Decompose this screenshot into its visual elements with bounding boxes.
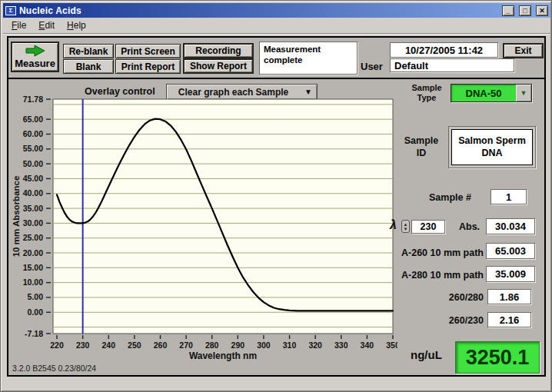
app-icon: Σ xyxy=(5,6,16,15)
y-tick-label: 35.00 xyxy=(23,204,43,213)
x-tick-label: 320 xyxy=(308,341,322,350)
x-tick-label: 310 xyxy=(283,341,297,350)
x-tick-label: 280 xyxy=(205,341,219,350)
ratio-260-230-value: 2.16 xyxy=(487,312,531,327)
y-tick-label: 45.00 xyxy=(23,174,43,183)
y-tick-label: -7.18 xyxy=(25,329,43,338)
re-blank-button[interactable]: Re-blank xyxy=(63,44,114,58)
x-tick-label: 250 xyxy=(128,341,141,350)
absorbance-chart: 71.7865.0060.0055.0050.0045.0040.0035.00… xyxy=(8,91,397,362)
user-field[interactable]: Default xyxy=(390,58,514,72)
y-tick-label: 40.00 xyxy=(23,188,43,198)
blank-button[interactable]: Blank xyxy=(63,59,114,74)
a280-label: A-280 10 mm path xyxy=(385,270,484,281)
x-tick-label: 270 xyxy=(179,341,193,350)
ratio-260-230-label: 260/230 xyxy=(385,315,484,326)
x-tick-label: 230 xyxy=(76,341,90,350)
user-label: User xyxy=(361,61,383,72)
measurement-status-text: Measurement complete xyxy=(264,45,321,65)
sample-type-label: Sample Type xyxy=(407,83,447,103)
app-window: Σ Nucleic Acids _ □ ✕ FileEditHelp Measu… xyxy=(0,0,552,392)
sample-id-box[interactable]: Salmon Sperm DNA xyxy=(448,126,536,168)
lambda-label: λ xyxy=(390,218,397,232)
window-title: Nucleic Acids xyxy=(19,5,497,16)
print-screen-button[interactable]: Print Screen xyxy=(115,44,181,58)
concentration-unit-label: ng/uL xyxy=(411,348,442,361)
lambda-stepper[interactable]: ▲ ▼ xyxy=(401,220,410,233)
exit-button[interactable]: Exit xyxy=(503,43,544,58)
x-tick-label: 290 xyxy=(231,341,245,350)
print-report-button[interactable]: Print Report xyxy=(115,59,181,74)
x-tick-label: 350 xyxy=(386,341,397,350)
a260-value: 65.003 xyxy=(486,243,535,259)
spinner-down-icon[interactable]: ▼ xyxy=(404,227,408,231)
y-tick-label: 5.00 xyxy=(28,292,44,301)
sample-type-dropdown[interactable]: DNA-50 ▼ xyxy=(451,84,532,102)
x-tick-label: 340 xyxy=(361,341,374,350)
measure-play-icon xyxy=(25,45,45,57)
menu-file[interactable]: File xyxy=(6,18,32,32)
chevron-down-icon[interactable]: ▼ xyxy=(516,85,531,101)
menu-edit[interactable]: Edit xyxy=(33,18,60,32)
y-tick-label: 25.00 xyxy=(23,233,43,242)
measure-button[interactable]: Measure xyxy=(11,42,59,72)
sample-id-text: Salmon Sperm DNA xyxy=(451,129,533,165)
lambda-field[interactable]: 230 xyxy=(411,220,445,234)
datetime-display: 10/27/2005 11:42 xyxy=(390,42,498,58)
y-tick-label: 60.00 xyxy=(23,129,43,138)
maximize-button[interactable]: □ xyxy=(519,5,531,16)
measurement-status-box: Measurement complete xyxy=(259,42,357,75)
minimize-button[interactable]: _ xyxy=(502,5,514,16)
y-tick-label: 71.78 xyxy=(23,95,43,104)
y-tick-label: 10.00 xyxy=(23,277,43,287)
sample-number-label: Sample # xyxy=(429,192,471,203)
abs-value: 30.034 xyxy=(486,218,535,234)
abs-label: Abs. xyxy=(459,221,480,232)
y-axis-title: 10 mm Absorbance xyxy=(12,176,21,257)
ratio-260-280-label: 260/280 xyxy=(385,292,484,303)
y-tick-label: 20.00 xyxy=(23,248,43,257)
title-bar[interactable]: Σ Nucleic Acids _ □ ✕ xyxy=(3,3,550,18)
concentration-value: 3250.1 xyxy=(455,341,540,374)
x-tick-label: 260 xyxy=(154,341,168,350)
sample-number-value: 1 xyxy=(490,189,527,204)
version-text: 3.2.0 B2545 0.23/80/24 xyxy=(12,364,96,373)
y-tick-label: 50.00 xyxy=(23,159,43,168)
y-tick-label: 0.00 xyxy=(28,307,44,317)
menu-bar: FileEditHelp xyxy=(3,18,550,34)
a280-value: 35.009 xyxy=(486,266,535,282)
show-report-button[interactable]: Show Report xyxy=(183,58,254,74)
a260-label: A-260 10 mm path xyxy=(385,247,484,258)
recording-button[interactable]: Recording xyxy=(183,43,254,58)
y-tick-label: 30.00 xyxy=(23,218,43,228)
x-tick-label: 300 xyxy=(257,341,271,350)
y-tick-label: 55.00 xyxy=(23,144,43,153)
x-tick-label: 330 xyxy=(334,341,348,350)
close-button[interactable]: ✕ xyxy=(536,5,548,16)
y-tick-label: 15.00 xyxy=(23,263,43,272)
x-tick-label: 220 xyxy=(50,341,64,350)
x-axis-title: Wavelength nm xyxy=(189,350,257,361)
ratio-260-280-value: 1.86 xyxy=(487,289,531,304)
sample-id-label: Sample ID xyxy=(399,135,444,160)
menu-help[interactable]: Help xyxy=(62,18,91,32)
x-tick-label: 240 xyxy=(102,341,116,350)
y-tick-label: 65.00 xyxy=(23,115,43,124)
